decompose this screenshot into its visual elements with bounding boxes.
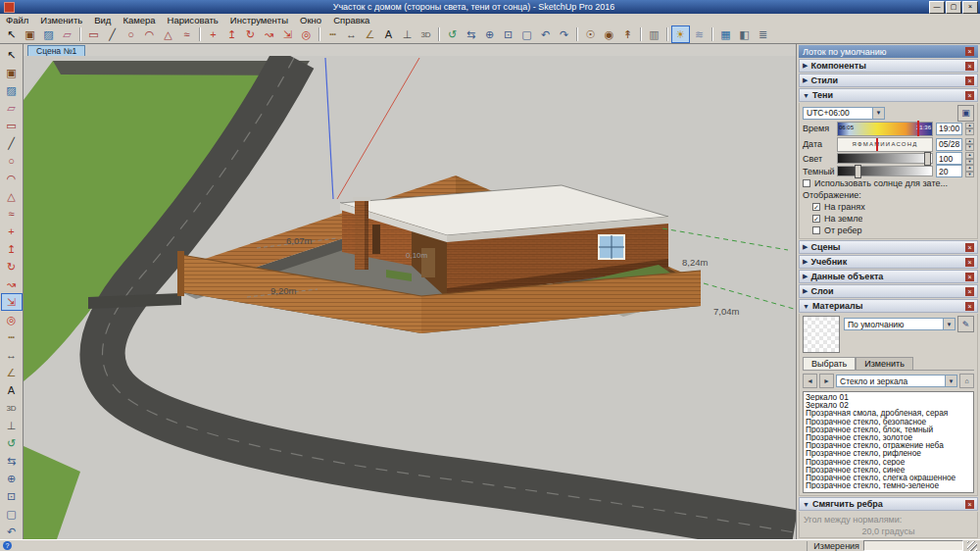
time-marker[interactable] — [917, 121, 919, 136]
date-slider[interactable]: ЯФМАМИИАСОНД — [837, 137, 933, 152]
spin-down-icon[interactable]: ▼ — [965, 172, 974, 178]
menu-draw[interactable]: Нарисовать — [162, 15, 224, 25]
follow-me-tool[interactable]: ↝ — [1, 276, 23, 293]
back-button[interactable]: ◄ — [803, 374, 817, 388]
maximize-button[interactable]: ▢ — [946, 1, 961, 14]
tape-measure-tool[interactable]: ┅ — [1, 328, 23, 346]
previous-view-tool[interactable]: ↶ — [536, 25, 555, 43]
3d-text-tool[interactable]: 3D — [416, 25, 435, 43]
use-sun-checkbox[interactable] — [803, 179, 810, 187]
zoom-tool[interactable]: ⊕ — [1, 470, 23, 487]
dark-stepper[interactable]: ▲ ▼ — [965, 165, 974, 177]
close-section-icon[interactable]: × — [965, 258, 974, 267]
orbit-tool[interactable]: ↺ — [443, 25, 462, 43]
date-marker[interactable] — [876, 137, 878, 152]
time-stepper[interactable]: ▲ ▼ — [965, 123, 974, 135]
look-around-tool[interactable]: ◉ — [600, 25, 618, 43]
walk-tool[interactable]: ↟ — [618, 25, 637, 43]
dimension-tool[interactable]: ↔ — [1, 346, 23, 364]
tray-title-bar[interactable]: Лоток по умолчанию × — [799, 45, 978, 58]
select-tool[interactable]: ↖ — [2, 25, 21, 43]
close-section-icon[interactable]: × — [965, 500, 974, 509]
section-instructor[interactable]: ▶ Учебник × — [799, 255, 978, 269]
checkbox[interactable]: ✓ — [812, 203, 820, 211]
material-item[interactable]: Прозрачное стекло, безопасное — [806, 418, 971, 426]
material-name-select[interactable]: По умолчанию ▼ — [844, 318, 956, 330]
arc-tool[interactable]: ◠ — [1, 170, 23, 187]
line-tool[interactable]: ╱ — [103, 25, 122, 43]
dark-input[interactable]: 20 — [936, 165, 962, 177]
scale-tool[interactable]: ⇲ — [1, 293, 23, 311]
check-on-ground[interactable]: ✓ На земле — [803, 213, 974, 225]
model-canvas[interactable]: 6,07m 9,20m 0,10m 8,24m 7,04m — [24, 56, 796, 539]
material-item[interactable]: Зеркало 01 — [806, 393, 971, 401]
rotate-tool[interactable]: ↻ — [241, 25, 260, 43]
measurements-input[interactable] — [863, 540, 963, 551]
polygon-tool[interactable]: △ — [159, 25, 177, 43]
menu-edit[interactable]: Изменить — [34, 15, 88, 25]
circle-tool[interactable]: ○ — [1, 152, 23, 170]
section-shadows[interactable]: ▼ Тени × — [799, 88, 978, 102]
menu-tools[interactable]: Инструменты — [224, 15, 294, 25]
time-slider[interactable]: 06:05 21:36 — [837, 122, 933, 136]
zoom-extents-tool[interactable]: ▢ — [517, 25, 536, 43]
push-pull-tool[interactable]: ↥ — [1, 240, 23, 258]
zoom-extents-tool[interactable]: ▢ — [1, 505, 23, 523]
next-view-tool[interactable]: ↷ — [555, 25, 573, 43]
circle-tool[interactable]: ○ — [122, 25, 140, 43]
eraser-tool[interactable]: ▱ — [1, 99, 23, 117]
material-item[interactable]: Прозрачное стекло, блок, темный — [806, 426, 971, 433]
close-section-icon[interactable]: × — [965, 243, 974, 252]
polygon-tool[interactable]: △ — [1, 187, 23, 205]
rectangle-tool[interactable]: ▭ — [84, 25, 103, 43]
material-item[interactable]: Прозрачное стекло, рифленое — [806, 449, 971, 457]
section-soften-edges[interactable]: ▼ Смягчить ребра × — [799, 497, 978, 511]
texture-tool[interactable]: ▦ — [716, 25, 735, 43]
section-components[interactable]: ▶ Компоненты × — [799, 59, 978, 73]
freehand-tool[interactable]: ≈ — [177, 25, 196, 43]
light-input[interactable]: 100 — [936, 152, 962, 165]
menu-file[interactable]: Файл — [0, 15, 34, 25]
eraser-tool[interactable]: ▱ — [58, 25, 76, 43]
axes-tool[interactable]: ⊥ — [1, 417, 23, 434]
close-section-icon[interactable]: × — [965, 91, 974, 100]
material-item[interactable]: Прозрачное стекло, слегка окрашенное — [806, 474, 971, 481]
follow-me-tool[interactable]: ↝ — [260, 25, 278, 43]
tape-measure-tool[interactable]: ┅ — [323, 25, 342, 43]
light-stepper[interactable]: ▲ ▼ — [965, 152, 974, 165]
close-section-icon[interactable]: × — [965, 302, 974, 311]
date-stepper[interactable]: ▲ ▼ — [965, 138, 974, 151]
make-component-tool[interactable]: ▣ — [1, 64, 23, 81]
help-icon[interactable]: ? — [3, 541, 12, 550]
material-item[interactable]: Зеркало 02 — [806, 401, 971, 409]
spin-down-icon[interactable]: ▼ — [965, 144, 974, 151]
timezone-select[interactable]: UTC+06:00 ▼ — [803, 107, 885, 120]
material-item[interactable]: Прозрачная смола, дробленая, серая — [806, 409, 971, 417]
section-entity-info[interactable]: ▶ Данные объекта × — [799, 270, 978, 283]
close-section-icon[interactable]: × — [965, 76, 974, 85]
offset-tool[interactable]: ◎ — [297, 25, 316, 43]
scale-tool[interactable]: ⇲ — [278, 25, 297, 43]
slider-thumb[interactable] — [924, 152, 931, 166]
menu-window[interactable]: Окно — [294, 15, 327, 25]
check-on-faces[interactable]: ✓ На гранях — [803, 201, 974, 213]
make-component-tool[interactable]: ▣ — [21, 25, 39, 43]
material-item[interactable]: Прозрачное стекло, золотое — [806, 433, 971, 441]
move-tool[interactable]: + — [1, 223, 23, 240]
light-slider[interactable] — [837, 153, 933, 164]
menu-camera[interactable]: Камера — [117, 15, 161, 25]
line-tool[interactable]: ╱ — [1, 134, 23, 152]
text-tool[interactable]: A — [1, 381, 23, 399]
fog-toggle[interactable]: ≋ — [690, 25, 709, 43]
materials-list[interactable]: Зеркало 01 Зеркало 02 Прозрачная смола, … — [803, 391, 974, 493]
slider-thumb[interactable] — [855, 165, 861, 178]
forward-button[interactable]: ► — [819, 374, 834, 388]
material-category-select[interactable]: Стекло и зеркала ▼ — [836, 375, 957, 387]
dark-slider[interactable] — [837, 166, 933, 176]
shadow-settings-button[interactable]: ▣ — [957, 105, 974, 122]
pan-tool[interactable]: ⇆ — [1, 452, 23, 470]
push-pull-tool[interactable]: ↥ — [222, 25, 241, 43]
3d-text-tool[interactable]: 3D — [1, 399, 23, 417]
check-from-edges[interactable]: От ребер — [803, 225, 974, 236]
pan-tool[interactable]: ⇆ — [462, 25, 480, 43]
